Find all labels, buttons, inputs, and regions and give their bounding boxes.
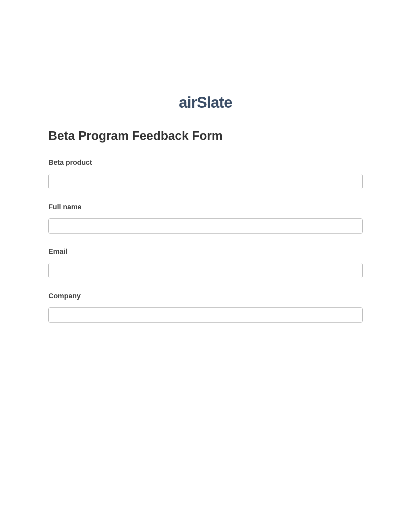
beta-product-input[interactable] <box>48 174 363 189</box>
email-group: Email <box>48 247 363 278</box>
company-group: Company <box>48 292 363 323</box>
full-name-group: Full name <box>48 203 363 234</box>
form-title: Beta Program Feedback Form <box>48 129 363 143</box>
logo-air: air <box>179 94 197 111</box>
logo: airSlate <box>48 94 363 111</box>
logo-slate: Slate <box>197 94 232 111</box>
full-name-label: Full name <box>48 203 363 211</box>
company-label: Company <box>48 292 363 300</box>
full-name-input[interactable] <box>48 218 363 234</box>
form-container: airSlate Beta Program Feedback Form Beta… <box>0 0 411 323</box>
email-label: Email <box>48 247 363 256</box>
logo-text: airSlate <box>179 94 232 111</box>
beta-product-label: Beta product <box>48 158 363 167</box>
beta-product-group: Beta product <box>48 158 363 189</box>
email-input[interactable] <box>48 263 363 278</box>
company-input[interactable] <box>48 307 363 323</box>
